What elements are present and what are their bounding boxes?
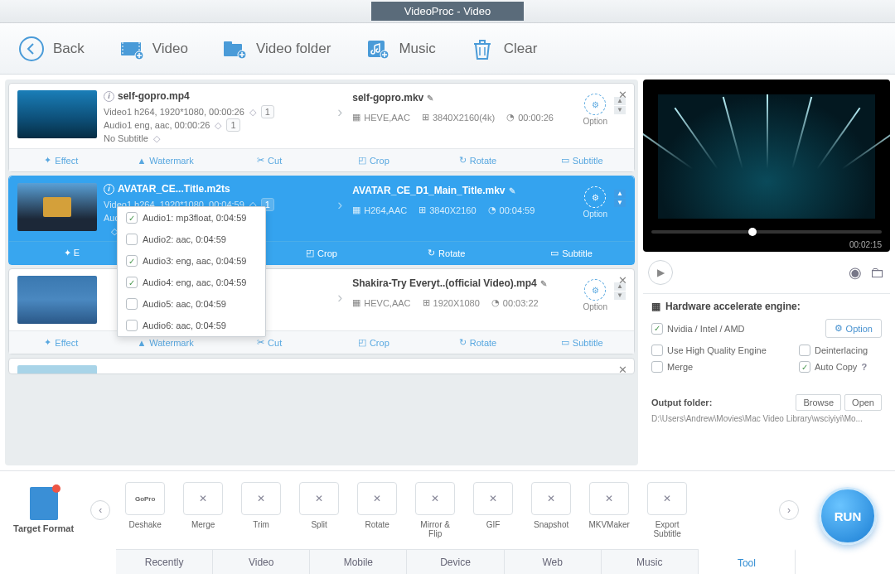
play-button[interactable]: ▶ <box>648 260 673 285</box>
music-icon <box>364 36 390 62</box>
back-button[interactable]: Back <box>18 36 85 62</box>
audio-track-item[interactable]: Audio3: eng, aac, 0:04:59 <box>118 250 265 272</box>
tab-video[interactable]: Video <box>213 550 310 574</box>
video-icon <box>118 36 144 62</box>
cut-button[interactable]: ✂ Cut <box>217 149 322 171</box>
tool-snapshot[interactable]: ✕Snapshot <box>525 482 578 538</box>
seek-bar[interactable] <box>651 230 882 234</box>
tool-deshake[interactable]: GoProDeshake <box>119 482 172 538</box>
close-icon[interactable]: ✕ <box>618 89 627 101</box>
bottom-bar: Target Format ‹ GoProDeshake✕Merge✕Trim✕… <box>0 470 895 580</box>
scroll-left-button[interactable]: ‹ <box>90 500 110 520</box>
tab-web[interactable]: Web <box>505 550 602 574</box>
tab-mobile[interactable]: Mobile <box>310 550 407 574</box>
crop-button[interactable]: ◰ Crop <box>322 331 426 354</box>
tab-music[interactable]: Music <box>602 550 699 574</box>
tool-rotate[interactable]: ✕Rotate <box>351 482 404 538</box>
arrow-icon: › <box>334 276 346 327</box>
watermark-button[interactable]: ▲ Watermark <box>114 149 218 171</box>
file-card[interactable]: ✕ iself-gopro.mp4 Video1 h264, 1920*1080… <box>8 83 635 172</box>
checkbox[interactable] <box>126 255 138 267</box>
browse-button[interactable]: Browse <box>796 394 841 411</box>
hq-checkbox[interactable] <box>651 345 663 356</box>
merge-checkbox[interactable] <box>651 361 663 373</box>
audio-track-item[interactable]: Audio2: aac, 0:04:59 <box>118 229 265 250</box>
gear-icon[interactable]: ⚙ <box>584 94 606 115</box>
file-card[interactable]: ✕ <box>8 358 635 374</box>
tool-mirrorflip[interactable]: ✕Mirror &Flip <box>409 482 462 538</box>
rotate-button[interactable]: ↻ Rotate <box>384 242 509 264</box>
toolbar: Back Video Video folder Music Clear <box>0 23 895 75</box>
clear-button[interactable]: Clear <box>469 36 538 62</box>
crop-button[interactable]: ◰ Crop <box>259 242 385 264</box>
tool-gif[interactable]: ✕GIF <box>467 482 520 538</box>
video-preview[interactable]: 00:02:15 <box>643 80 890 252</box>
audio-track-item[interactable]: Audio5: aac, 0:04:59 <box>118 293 265 315</box>
run-button[interactable]: RUN <box>819 487 877 545</box>
folder-icon[interactable]: 🗀 <box>870 264 885 282</box>
add-folder-button[interactable]: Video folder <box>221 36 331 62</box>
reorder-stepper[interactable]: ▲▼ <box>614 183 626 238</box>
subtitle-button[interactable]: ▭ Subtitle <box>530 331 634 354</box>
gear-icon[interactable]: ⚙ <box>584 186 606 208</box>
audio-track-popup[interactable]: Audio1: mp3float, 0:04:59Audio2: aac, 0:… <box>117 206 266 337</box>
audio-track-item[interactable]: Audio4: eng, aac, 0:04:59 <box>118 272 265 293</box>
hw-checkbox[interactable] <box>651 323 663 335</box>
close-icon[interactable]: ✕ <box>618 274 627 287</box>
thumbnail <box>17 183 97 231</box>
file-card[interactable]: ✕ spacer text for align◇1 spacer text fo… <box>8 268 635 354</box>
gear-icon[interactable]: ⚙ <box>584 279 606 301</box>
checkbox[interactable] <box>126 212 138 224</box>
rotate-button[interactable]: ↻ Rotate <box>426 331 530 354</box>
checkbox[interactable] <box>126 320 138 331</box>
tab-device[interactable]: Device <box>407 550 504 574</box>
crop-button[interactable]: ◰ Crop <box>322 149 426 171</box>
edit-icon[interactable]: ✎ <box>427 94 433 103</box>
info-icon[interactable]: i <box>104 184 114 195</box>
add-music-button[interactable]: Music <box>364 36 435 62</box>
checkbox[interactable] <box>126 234 138 245</box>
tool-trim[interactable]: ✕Trim <box>235 482 288 538</box>
edit-icon[interactable]: ✎ <box>509 186 515 195</box>
deint-checkbox[interactable] <box>799 345 810 356</box>
file-card-selected[interactable]: iAVATAR_CE...Title.m2ts Video1 h264, 192… <box>8 176 635 265</box>
edit-icon[interactable]: ✎ <box>540 279 547 288</box>
folder-icon <box>221 36 248 62</box>
tool-icon: ✕ <box>299 482 339 515</box>
effect-button[interactable]: ✦ Effect <box>9 331 114 354</box>
resolution-badge: ⊞ 3840X2160(4k) <box>422 112 495 123</box>
audio-track-item[interactable]: Audio6: aac, 0:04:59 <box>118 315 265 336</box>
autocopy-checkbox[interactable] <box>799 361 810 373</box>
checkbox[interactable] <box>126 277 138 288</box>
trash-icon <box>469 36 496 62</box>
open-button[interactable]: Open <box>844 394 882 411</box>
hw-option-button[interactable]: ⚙Option <box>825 319 882 338</box>
close-icon[interactable]: ✕ <box>618 364 627 374</box>
right-panel: 00:02:15 ▶ ◉ 🗀 ▦ Hardware accelerate eng… <box>643 80 890 465</box>
subtitle-button[interactable]: ▭ Subtitle <box>530 149 634 171</box>
tab-tool[interactable]: Tool <box>699 549 796 574</box>
svg-rect-4 <box>224 41 232 45</box>
thumbnail <box>17 276 97 324</box>
effect-button[interactable]: ✦ E <box>9 242 134 264</box>
target-format[interactable]: Target Format <box>13 487 74 533</box>
subtitle-button[interactable]: ▭ Subtitle <box>509 242 634 264</box>
tool-icon: GoPro <box>125 482 165 515</box>
tool-icon: ✕ <box>647 482 687 515</box>
arrow-icon: › <box>334 90 346 145</box>
tool-mkvmaker[interactable]: ✕MKVMaker <box>583 482 636 538</box>
snapshot-icon[interactable]: ◉ <box>849 263 862 282</box>
tool-merge[interactable]: ✕Merge <box>177 482 230 538</box>
rotate-button[interactable]: ↻ Rotate <box>426 149 530 171</box>
info-icon[interactable]: i <box>104 91 114 102</box>
tab-recently[interactable]: Recently <box>116 550 213 574</box>
audio-track-item[interactable]: Audio1: mp3float, 0:04:59 <box>118 207 265 229</box>
tool-split[interactable]: ✕Split <box>293 482 346 538</box>
checkbox[interactable] <box>126 298 138 310</box>
effect-button[interactable]: ✦ Effect <box>9 149 114 171</box>
codec-badge: ▦ HEVE,AAC <box>352 112 410 123</box>
tool-exportsubtitle[interactable]: ✕ExportSubtitle <box>641 482 694 538</box>
add-video-button[interactable]: Video <box>118 36 188 62</box>
back-icon <box>18 36 45 62</box>
scroll-right-button[interactable]: › <box>779 500 799 520</box>
